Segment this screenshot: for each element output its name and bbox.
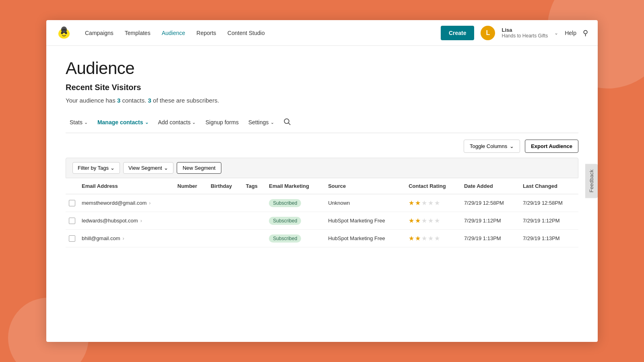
row-checkbox-cell — [66, 212, 78, 230]
add-contacts-chevron-icon: ⌄ — [192, 120, 196, 125]
desc-prefix: Your audience has — [66, 97, 117, 104]
user-name: Lisa — [502, 27, 548, 33]
subscribed-badge: Subscribed — [269, 217, 301, 225]
row-last-changed: 7/29/19 1:13PM — [520, 230, 578, 247]
view-segment-label: View Segment — [128, 165, 162, 171]
toolbar-signup-forms[interactable]: Signup forms — [201, 117, 242, 128]
toggle-columns-chevron-icon: ⌄ — [510, 143, 514, 149]
star-4: ★ — [428, 217, 433, 224]
checkbox-header — [66, 178, 78, 194]
star-5: ★ — [434, 234, 440, 242]
user-company: Hands to Hearts Gifts — [502, 33, 548, 39]
table-row: ledwards@hubspot.com › Subscribed HubSpo… — [66, 212, 578, 230]
row-tags — [243, 212, 266, 230]
row-last-changed: 7/29/19 1:12PM — [520, 212, 578, 230]
row-number — [174, 230, 208, 247]
star-1: ★ — [409, 199, 414, 207]
toggle-columns-button[interactable]: Toggle Columns ⌄ — [464, 140, 520, 153]
col-tags: Tags — [243, 178, 266, 194]
toolbar-settings[interactable]: Settings ⌄ — [244, 117, 278, 128]
subscribed-badge: Subscribed — [269, 234, 301, 243]
col-date-added: Date Added — [461, 178, 520, 194]
page-title: Audience — [66, 59, 578, 78]
toolbar-signup-forms-label: Signup forms — [205, 119, 238, 125]
star-4: ★ — [428, 234, 433, 242]
star-3: ★ — [421, 217, 427, 224]
nav-audience[interactable]: Audience — [162, 30, 185, 36]
toolbar-settings-label: Settings — [248, 119, 269, 125]
row-checkbox-cell — [66, 194, 78, 212]
stats-chevron-icon: ⌄ — [84, 120, 88, 125]
feedback-tab[interactable]: Feedback — [585, 164, 598, 198]
row-date-added: 7/29/19 12:58PM — [461, 194, 520, 212]
row-tags — [243, 230, 266, 247]
logo[interactable] — [56, 25, 72, 41]
star-1: ★ — [409, 234, 414, 242]
toolbar: Stats ⌄ Manage contacts ⌄ Add contacts ⌄… — [66, 117, 578, 133]
toolbar-manage-contacts[interactable]: Manage contacts ⌄ — [93, 117, 153, 128]
filter-by-tags-button[interactable]: Filter by Tags ⌄ — [72, 162, 120, 174]
search-icon[interactable]: ⚲ — [583, 29, 588, 37]
email-arrow-icon[interactable]: › — [123, 236, 124, 241]
view-segment-chevron-icon: ⌄ — [164, 165, 168, 171]
help-link[interactable]: Help — [565, 30, 576, 36]
row-email: memsthewordd@gmail.com › — [78, 194, 174, 212]
table-actions: Toggle Columns ⌄ Export Audience — [66, 140, 578, 153]
row-source: Unknown — [325, 194, 405, 212]
user-chevron-icon[interactable]: ⌄ — [554, 30, 558, 36]
col-email-address: Email Address — [78, 178, 174, 194]
contacts-count: 3 — [117, 97, 120, 104]
toolbar-add-contacts[interactable]: Add contacts ⌄ — [154, 117, 200, 128]
create-button[interactable]: Create — [441, 26, 475, 40]
star-5: ★ — [434, 199, 440, 207]
row-checkbox[interactable] — [69, 235, 75, 242]
table-row: memsthewordd@gmail.com › Subscribed Unkn… — [66, 194, 578, 212]
svg-point-6 — [284, 119, 289, 123]
content: Audience Recent Site Visitors Your audie… — [46, 46, 598, 342]
star-2: ★ — [415, 199, 421, 207]
email-arrow-icon[interactable]: › — [149, 200, 151, 206]
col-number: Number — [174, 178, 208, 194]
row-number — [174, 212, 208, 230]
table-row: bhill@gmail.com › Subscribed HubSpot Mar… — [66, 230, 578, 247]
row-contact-rating: ★★★★★ — [405, 230, 461, 247]
star-2: ★ — [415, 234, 421, 242]
new-segment-button[interactable]: New Segment — [177, 162, 222, 174]
toggle-columns-label: Toggle Columns — [470, 143, 507, 149]
settings-chevron-icon: ⌄ — [270, 120, 274, 125]
col-email-marketing: Email Marketing — [266, 178, 325, 194]
user-info: Lisa Hands to Hearts Gifts — [502, 27, 548, 39]
email-address[interactable]: memsthewordd@gmail.com — [82, 200, 147, 206]
contacts-table: Email Address Number Birthday Tags Email… — [66, 178, 578, 247]
navbar-right: Create L Lisa Hands to Hearts Gifts ⌄ He… — [441, 26, 588, 40]
filter-tags-chevron-icon: ⌄ — [110, 165, 115, 171]
nav-content-studio[interactable]: Content Studio — [227, 30, 265, 36]
row-last-changed: 7/29/19 12:58PM — [520, 194, 578, 212]
nav-templates[interactable]: Templates — [125, 30, 151, 36]
row-checkbox[interactable] — [69, 200, 75, 206]
col-source: Source — [325, 178, 405, 194]
toolbar-stats[interactable]: Stats ⌄ — [66, 117, 92, 128]
nav-reports[interactable]: Reports — [196, 30, 216, 36]
row-birthday — [207, 212, 242, 230]
audience-desc: Your audience has 3 contacts. 3 of these… — [66, 97, 578, 104]
star-3: ★ — [421, 234, 427, 242]
col-birthday: Birthday — [207, 178, 242, 194]
email-address[interactable]: bhill@gmail.com — [82, 235, 120, 241]
row-checkbox[interactable] — [69, 218, 75, 224]
col-last-changed: Last Changed — [520, 178, 578, 194]
export-audience-button[interactable]: Export Audience — [525, 140, 578, 153]
toolbar-search-icon[interactable] — [283, 117, 291, 127]
main-container: Campaigns Templates Audience Reports Con… — [46, 20, 598, 342]
star-3: ★ — [421, 199, 427, 207]
navbar: Campaigns Templates Audience Reports Con… — [46, 20, 598, 46]
toolbar-manage-contacts-label: Manage contacts — [97, 119, 143, 125]
email-arrow-icon[interactable]: › — [140, 218, 142, 224]
desc-middle: contacts. — [120, 97, 148, 104]
email-address[interactable]: ledwards@hubspot.com — [82, 218, 138, 224]
view-segment-button[interactable]: View Segment ⌄ — [123, 162, 173, 174]
feedback-tab-wrapper: Feedback — [585, 164, 598, 198]
row-source: HubSpot Marketing Free — [325, 212, 405, 230]
nav-campaigns[interactable]: Campaigns — [85, 30, 114, 36]
star-2: ★ — [415, 217, 421, 224]
